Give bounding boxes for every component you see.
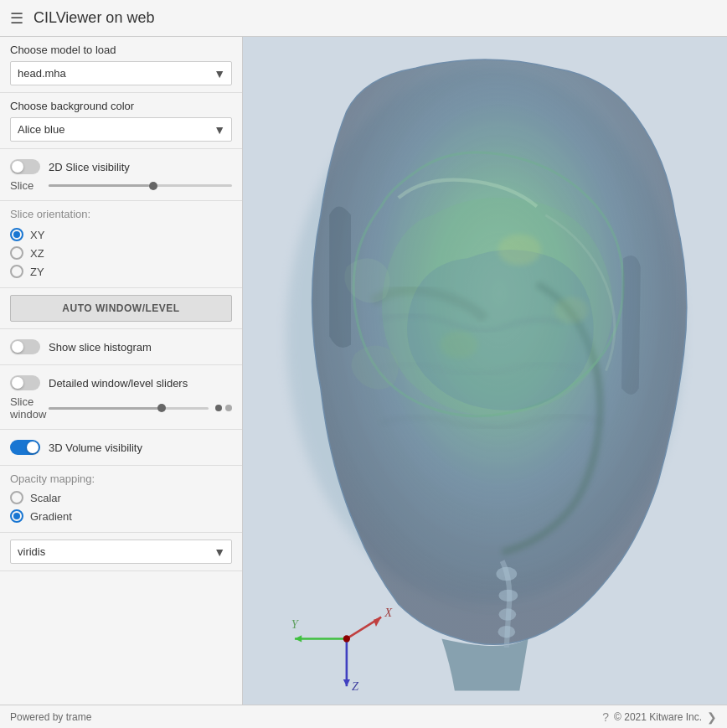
orientation-xy-radio[interactable] bbox=[10, 228, 23, 241]
slice-visibility-row: 2D Slice visibility bbox=[10, 156, 232, 178]
head-visualization: Y X Z bbox=[243, 37, 727, 705]
orientation-xz-row[interactable]: XZ bbox=[10, 244, 232, 262]
histogram-label: Show slice histogram bbox=[49, 341, 152, 354]
svg-point-7 bbox=[440, 331, 477, 359]
orientation-section: Slice orientation: XY XZ ZY bbox=[0, 201, 242, 288]
bg-color-select-wrapper: Alice blue White Black ▼ bbox=[10, 117, 232, 142]
footer-left: Powered by trame bbox=[10, 711, 91, 723]
svg-point-17 bbox=[343, 635, 350, 642]
svg-marker-9 bbox=[295, 635, 302, 642]
powered-by-text: Powered by trame bbox=[10, 711, 91, 723]
slice-slider-row: Slice bbox=[10, 178, 232, 194]
volume-toggle-thumb bbox=[27, 441, 39, 453]
app-title: CILViewer on web bbox=[34, 9, 154, 27]
histogram-toggle-thumb bbox=[12, 341, 23, 353]
bg-color-select[interactable]: Alice blue White Black bbox=[10, 117, 232, 142]
chevron-right-icon[interactable]: ❯ bbox=[707, 710, 717, 724]
opacity-gradient-label: Gradient bbox=[30, 510, 72, 523]
model-select-wrapper: head.mha brain.mha ▼ bbox=[10, 61, 232, 85]
model-section: Choose model to load head.mha brain.mha … bbox=[0, 37, 242, 93]
slice-slider-fill bbox=[49, 184, 149, 187]
title-bar: ☰ CILViewer on web bbox=[0, 0, 727, 37]
colormap-section: viridis plasma inferno ▼ bbox=[0, 533, 242, 571]
slice-slider-thumb[interactable] bbox=[149, 182, 157, 190]
detailed-toggle-row: Detailed window/level sliders bbox=[10, 372, 232, 394]
slice-window-label: Slice window bbox=[10, 395, 42, 421]
svg-point-1 bbox=[496, 567, 517, 581]
svg-point-2 bbox=[499, 590, 518, 602]
svg-point-3 bbox=[499, 608, 517, 620]
bg-color-label: Choose background color bbox=[10, 100, 232, 112]
volume-toggle-row: 3D Volume visibility bbox=[10, 436, 232, 458]
svg-text:X: X bbox=[384, 606, 393, 619]
auto-window-button[interactable]: AUTO WINDOW/LEVEL bbox=[10, 295, 232, 322]
model-select[interactable]: head.mha brain.mha bbox=[10, 61, 232, 85]
colormap-select-wrapper: viridis plasma inferno ▼ bbox=[10, 540, 232, 564]
opacity-scalar-radio[interactable] bbox=[10, 491, 23, 504]
orientation-xy-label: XY bbox=[30, 229, 44, 241]
svg-text:Y: Y bbox=[291, 617, 300, 631]
colormap-select[interactable]: viridis plasma inferno bbox=[10, 540, 232, 564]
histogram-toggle[interactable] bbox=[10, 339, 40, 354]
slice-window-dots bbox=[215, 405, 232, 411]
orientation-xy-row[interactable]: XY bbox=[10, 225, 232, 244]
viewport[interactable]: Y X Z bbox=[243, 37, 727, 705]
slider-dot-1 bbox=[215, 405, 222, 411]
slice-window-row: Slice window bbox=[10, 394, 232, 422]
slice-window-fill bbox=[49, 407, 161, 410]
histogram-toggle-row: Show slice histogram bbox=[10, 336, 232, 358]
orientation-xy-radio-inner bbox=[13, 231, 20, 238]
bg-color-section: Choose background color Alice blue White… bbox=[0, 93, 242, 149]
model-label: Choose model to load bbox=[10, 44, 232, 56]
histogram-section: Show slice histogram bbox=[0, 329, 242, 365]
detailed-label: Detailed window/level sliders bbox=[49, 377, 188, 390]
slice-slider-label: Slice bbox=[10, 179, 42, 192]
orientation-zy-row[interactable]: ZY bbox=[10, 262, 232, 281]
slice-visibility-toggle[interactable] bbox=[10, 159, 40, 174]
orientation-zy-label: ZY bbox=[30, 266, 44, 278]
orientation-zy-radio[interactable] bbox=[10, 265, 23, 278]
opacity-scalar-row[interactable]: Scalar bbox=[10, 488, 232, 507]
detailed-toggle[interactable] bbox=[10, 375, 40, 390]
svg-marker-15 bbox=[343, 679, 350, 686]
opacity-scalar-label: Scalar bbox=[30, 492, 61, 504]
volume-section: 3D Volume visibility bbox=[0, 430, 242, 466]
hamburger-icon[interactable]: ☰ bbox=[10, 9, 23, 28]
left-panel: Choose model to load head.mha brain.mha … bbox=[0, 37, 243, 705]
svg-point-5 bbox=[498, 234, 541, 265]
volume-visibility-toggle[interactable] bbox=[10, 440, 40, 455]
svg-point-4 bbox=[498, 626, 515, 638]
slice-visibility-label: 2D Slice visibility bbox=[49, 161, 130, 173]
help-icon[interactable]: ? bbox=[602, 710, 609, 724]
svg-marker-12 bbox=[374, 617, 381, 627]
auto-window-section: AUTO WINDOW/LEVEL bbox=[0, 288, 242, 329]
svg-text:Z: Z bbox=[352, 679, 359, 693]
left-scroll[interactable]: Choose model to load head.mha brain.mha … bbox=[0, 37, 242, 705]
slice-window-track[interactable] bbox=[49, 407, 209, 410]
orientation-xz-label: XZ bbox=[30, 247, 44, 260]
copyright-text: © 2021 Kitware Inc. bbox=[614, 711, 702, 723]
slice-toggle-thumb bbox=[12, 161, 23, 173]
svg-point-6 bbox=[554, 297, 589, 323]
opacity-gradient-row[interactable]: Gradient bbox=[10, 507, 232, 525]
opacity-gradient-radio[interactable] bbox=[10, 509, 23, 523]
opacity-section: Opacity mapping: Scalar Gradient bbox=[0, 466, 242, 533]
opacity-gradient-radio-inner bbox=[13, 513, 20, 519]
footer: Powered by trame ? © 2021 Kitware Inc. ❯ bbox=[0, 705, 727, 728]
opacity-label: Opacity mapping: bbox=[10, 472, 232, 485]
slice-section: 2D Slice visibility Slice bbox=[0, 149, 242, 201]
detailed-section: Detailed window/level sliders Slice wind… bbox=[0, 365, 242, 430]
slice-slider-track[interactable] bbox=[49, 184, 232, 187]
slice-window-thumb1[interactable] bbox=[157, 404, 166, 412]
detailed-toggle-thumb bbox=[12, 377, 23, 389]
orientation-xz-radio[interactable] bbox=[10, 246, 23, 260]
volume-label: 3D Volume visibility bbox=[49, 441, 142, 454]
slider-dot-2 bbox=[225, 405, 232, 411]
orientation-label: Slice orientation: bbox=[10, 208, 232, 220]
main-layout: Choose model to load head.mha brain.mha … bbox=[0, 37, 727, 705]
footer-right: ? © 2021 Kitware Inc. ❯ bbox=[602, 710, 717, 724]
